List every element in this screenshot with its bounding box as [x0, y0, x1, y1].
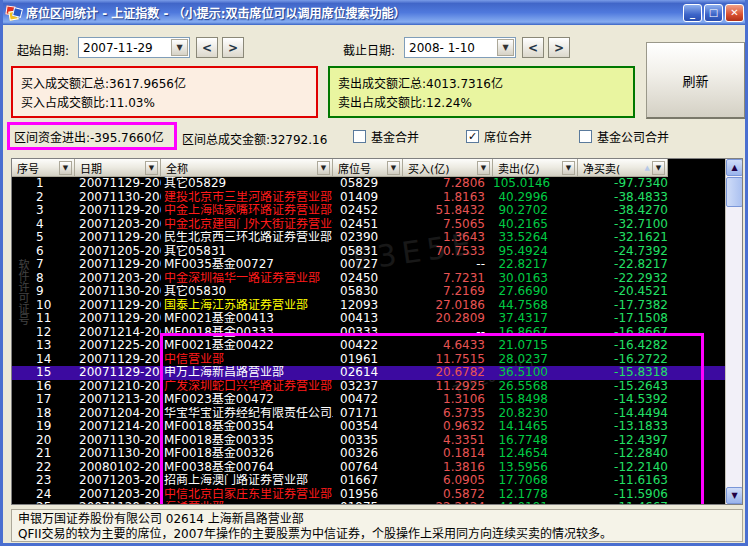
- end-date-next-button[interactable]: >: [548, 37, 570, 58]
- table-row[interactable]: 1020071129-2008国泰上海江苏路证券营业部1209327.01864…: [12, 299, 727, 313]
- cell-c4: 7.2169: [403, 285, 493, 299]
- app-icon: [6, 5, 22, 21]
- table-row[interactable]: 1220071214-2007MF0018基金0033300333--16.86…: [12, 326, 727, 340]
- scroll-up-icon[interactable]: ▲: [726, 159, 743, 176]
- seat-merge-checkbox[interactable]: 席位合并: [466, 128, 532, 145]
- table-row[interactable]: 720071129-2008MF0035基金0072700727--22.821…: [12, 258, 727, 272]
- table-row[interactable]: 120071129-2008其它05829058297.2806105.0146…: [12, 177, 727, 191]
- table-row[interactable]: 1120071129-2007MF0021基金004130041320.2809…: [12, 312, 727, 326]
- cell-c3: 01667: [333, 474, 403, 488]
- cell-c4: 20.6782: [403, 366, 493, 380]
- cell-c6: -15.8318: [578, 366, 670, 380]
- header-sell[interactable]: 卖出(亿)▼: [493, 159, 578, 177]
- cell-c1: 20071129-2008: [75, 177, 161, 191]
- cell-c1: 20071129-2008: [75, 299, 161, 313]
- cell-c3: 01975: [333, 501, 403, 505]
- seat-merge-label: 席位合并: [484, 128, 532, 145]
- checkbox-icon[interactable]: [579, 130, 592, 143]
- header-buy[interactable]: 买入(亿)▼: [403, 159, 493, 177]
- cell-c5: 44.7568: [493, 299, 578, 313]
- cell-c3: 07171: [333, 407, 403, 421]
- table-row[interactable]: 620071205-2008其它058310583170.753395.4924…: [12, 245, 727, 259]
- cell-c0: 8: [12, 272, 75, 286]
- table-row[interactable]: 2520071129-2008海通营业部0197522.242444.0191-…: [12, 501, 727, 505]
- cell-c2: MF0038基金00764: [161, 461, 333, 475]
- start-date-combo[interactable]: 2007-11-29 ▼: [78, 37, 190, 58]
- cell-c3: 00422: [333, 339, 403, 353]
- refresh-button[interactable]: 刷新: [646, 42, 746, 119]
- cell-c1: 20071129-2008: [75, 501, 161, 505]
- table-row[interactable]: 1420071129-2008中信营业部0196111.751528.0237-…: [12, 353, 727, 367]
- checkbox-icon[interactable]: [353, 130, 366, 143]
- end-date-label: 截止日期:: [343, 41, 395, 58]
- vertical-scrollbar[interactable]: ▲ ▼: [725, 159, 742, 504]
- header-name[interactable]: 全称▼: [161, 159, 333, 177]
- header-date[interactable]: 日期▼: [75, 159, 161, 177]
- scrollbar-thumb[interactable]: [726, 177, 743, 207]
- table-row[interactable]: 820071203-2008中金深圳福华一路证券营业部024507.723130…: [12, 272, 727, 286]
- table-row[interactable]: 1520071129-2008申万上海新昌路营业部0261420.678236.…: [12, 366, 727, 380]
- cell-c1: 20071225-2008: [75, 339, 161, 353]
- cell-c4: 4.3351: [403, 434, 493, 448]
- table-row[interactable]: 1620071210-2008广发深圳蛇口兴华路证券营业部0323711.292…: [12, 380, 727, 394]
- sell-summary-box: 卖出成交额汇总:4013.7316亿 卖出占成交额比:12.24%: [328, 66, 635, 118]
- buy-summary-box: 买入成交额汇总:3617.9656亿 买入占成交额比:11.03%: [11, 66, 318, 118]
- table-row[interactable]: 1820071204-2008华宝华宝证券经纪有限责任公司上071716.373…: [12, 407, 727, 421]
- cell-c4: 7.2806: [403, 177, 493, 191]
- chevron-down-icon[interactable]: ▼: [387, 161, 400, 175]
- table-row[interactable]: 2320071203-2008招商上海澳门路证券营业部016676.090517…: [12, 474, 727, 488]
- maximize-button[interactable]: □: [704, 4, 723, 22]
- cell-c5: 28.0237: [493, 353, 578, 367]
- table-row[interactable]: 2220080102-2008MF0038基金00764007641.38161…: [12, 461, 727, 475]
- chevron-down-icon[interactable]: ▼: [477, 161, 490, 175]
- cell-c1: 20071214-2007: [75, 420, 161, 434]
- cell-c3: 02452: [333, 204, 403, 218]
- cell-c6: -17.7382: [578, 299, 670, 313]
- start-date-next-button[interactable]: >: [222, 37, 244, 58]
- header-net[interactable]: 净买卖(▲▼: [578, 159, 668, 177]
- table-body: 120071129-2008其它05829058297.2806105.0146…: [12, 177, 727, 505]
- chevron-down-icon[interactable]: ▼: [171, 39, 188, 56]
- table-row[interactable]: 420071203-2008中金北京建国门外大街证券营业部024517.5065…: [12, 218, 727, 232]
- cell-c3: 12093: [333, 299, 403, 313]
- start-date-prev-button[interactable]: <: [196, 37, 218, 58]
- header-no[interactable]: 序号▼: [12, 159, 75, 177]
- cell-c0: 22: [12, 461, 75, 475]
- fund-merge-checkbox[interactable]: 基金合并: [353, 128, 419, 145]
- table-row[interactable]: 1320071225-2008MF0021基金00422004224.64332…: [12, 339, 727, 353]
- chevron-down-icon[interactable]: ▼: [317, 161, 330, 175]
- end-date-prev-button[interactable]: <: [522, 37, 544, 58]
- cell-c1: 20071129-2007: [75, 312, 161, 326]
- chevron-down-icon[interactable]: ▼: [59, 161, 72, 175]
- buy-ratio: 买入占成交额比:11.03%: [21, 94, 308, 113]
- chevron-down-icon[interactable]: ▼: [145, 161, 158, 175]
- close-button[interactable]: ✕: [725, 4, 744, 22]
- chevron-down-icon[interactable]: ▼: [652, 161, 665, 175]
- chevron-down-icon[interactable]: ▼: [497, 39, 514, 56]
- minimize-button[interactable]: _: [683, 4, 702, 22]
- table-row[interactable]: 320071129-2008中金上海陆家嘴环路证券营业部0245251.8432…: [12, 204, 727, 218]
- cell-c0: 6: [12, 245, 75, 259]
- checkbox-icon[interactable]: [466, 130, 479, 143]
- table-row[interactable]: 520071129-2008民生北京西三环北路证券营业部023901.36433…: [12, 231, 727, 245]
- cell-c4: 6.0905: [403, 474, 493, 488]
- cell-c3: 01409: [333, 191, 403, 205]
- cell-c1: 20071203-2008: [75, 272, 161, 286]
- table-row[interactable]: 1720071213-2007MF0023基金00472004721.31061…: [12, 393, 727, 407]
- table-row[interactable]: 2120071130-2007MF0018基金00326003260.18141…: [12, 447, 727, 461]
- chevron-down-icon[interactable]: ▼: [562, 161, 575, 175]
- cell-c2: 申万上海新昌路营业部: [161, 366, 333, 380]
- table-row[interactable]: 2020071130-2008MF0018基金00335003354.33511…: [12, 434, 727, 448]
- table-row[interactable]: 2420071203-2007中信北京白家庄东里证券营业部019560.5872…: [12, 488, 727, 502]
- cell-c3: 02450: [333, 272, 403, 286]
- table-row[interactable]: 220071130-2008建投北京市三里河路证券营业部014091.81634…: [12, 191, 727, 205]
- end-date-combo[interactable]: 2008- 1-10 ▼: [404, 37, 516, 58]
- table-row[interactable]: 1920071214-2007MF0018基金00354003540.96321…: [12, 420, 727, 434]
- cell-c5: 40.2996: [493, 191, 578, 205]
- table-row[interactable]: 920071130-2008其它05830058307.216927.6690-…: [12, 285, 727, 299]
- fund-company-merge-checkbox[interactable]: 基金公司合并: [579, 128, 669, 145]
- cell-c6: -22.2932: [578, 272, 670, 286]
- header-seat[interactable]: 席位号▼: [333, 159, 403, 177]
- scroll-down-icon[interactable]: ▼: [726, 487, 743, 504]
- cell-c6: -11.4667: [578, 501, 670, 505]
